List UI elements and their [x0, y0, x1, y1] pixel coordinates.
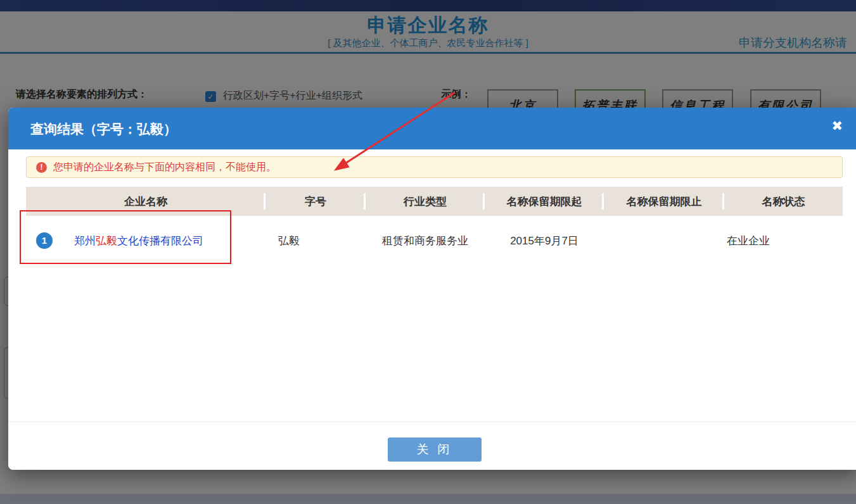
query-result-modal: 查询结果（字号：弘毅） ✖ ! 您申请的企业名称与下面的内容相同，不能使用。 企…: [8, 108, 856, 470]
close-icon[interactable]: ✖: [831, 119, 843, 132]
company-cell: 1 郑州弘毅文化传播有限公司: [26, 232, 265, 249]
column-header-reserve-start: 名称保留期限起: [485, 194, 604, 209]
industry-cell: 租赁和商务服务业: [366, 234, 485, 248]
column-header-zihao: 字号: [265, 194, 366, 209]
table-header: 企业名称 字号 行业类型 名称保留期限起 名称保留期限止 名称状态: [26, 187, 843, 216]
modal-header: 查询结果（字号：弘毅） ✖: [8, 108, 856, 149]
company-name-suffix: 文化传播有限公司: [117, 235, 203, 247]
reserve-start-cell: 2015年9月7日: [485, 234, 604, 248]
zihao-cell: 弘毅: [265, 234, 366, 248]
company-name-link[interactable]: 郑州弘毅文化传播有限公司: [74, 234, 203, 248]
table-row: 1 郑州弘毅文化传播有限公司 弘毅 租赁和商务服务业 2015年9月7日 在业企…: [26, 216, 843, 265]
column-header-status: 名称状态: [724, 194, 843, 209]
page: 申请企业名称 [ 及其他企业、个体工商户、农民专业合作社等 ] 申请分支机构名称…: [0, 0, 856, 504]
close-button[interactable]: 关 闭: [388, 438, 482, 462]
column-header-reserve-end: 名称保留期限止: [604, 194, 724, 209]
warning-text: 您申请的企业名称与下面的内容相同，不能使用。: [53, 161, 276, 174]
company-name-prefix: 郑州: [74, 235, 96, 247]
modal-body: ! 您申请的企业名称与下面的内容相同，不能使用。 企业名称 字号 行业类型 名称…: [8, 149, 856, 265]
company-name-highlight: 弘毅: [96, 235, 117, 247]
column-header-industry: 行业类型: [366, 194, 485, 209]
warning-banner: ! 您申请的企业名称与下面的内容相同，不能使用。: [26, 156, 843, 178]
modal-footer: 关 闭: [8, 421, 856, 470]
status-cell: 在业企业: [724, 234, 843, 248]
column-header-company: 企业名称: [26, 194, 265, 209]
alert-icon: !: [36, 162, 47, 173]
row-index-badge: 1: [36, 232, 53, 249]
modal-title: 查询结果（字号：弘毅）: [30, 120, 177, 138]
